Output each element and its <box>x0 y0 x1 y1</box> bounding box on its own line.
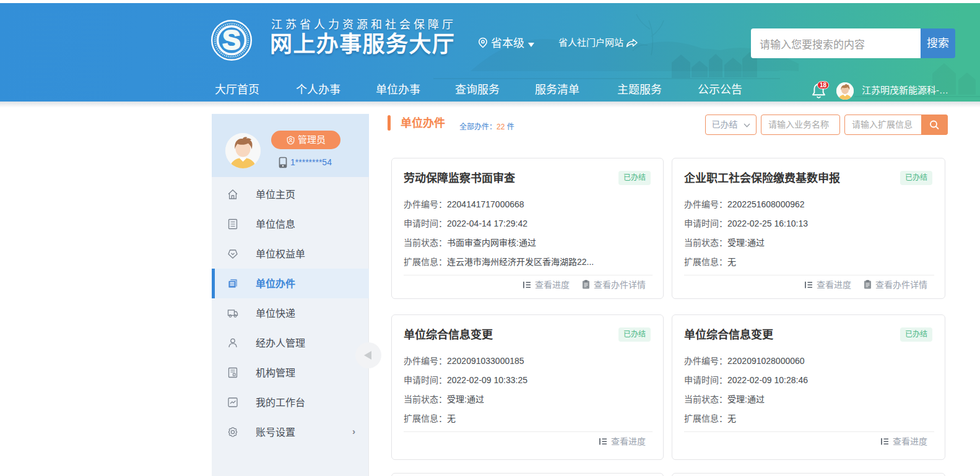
svg-text:S: S <box>222 25 240 55</box>
